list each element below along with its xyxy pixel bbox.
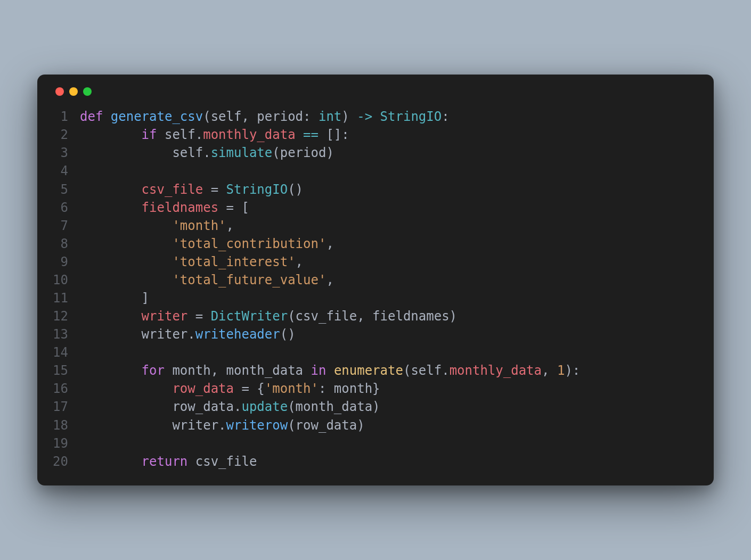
minimize-icon[interactable] [69, 87, 78, 96]
code-line[interactable]: 13 writer.writeheader() [52, 325, 699, 343]
line-number: 10 [52, 271, 80, 289]
line-number: 13 [52, 325, 80, 343]
line-content: 'total_future_value', [80, 271, 334, 289]
code-line[interactable]: 20 return csv_file [52, 452, 699, 471]
code-line[interactable]: 8 'total_contribution', [52, 235, 699, 253]
line-content: for month, month_data in enumerate(self.… [80, 361, 580, 380]
code-line[interactable]: 7 'month', [52, 217, 699, 235]
close-icon[interactable] [55, 87, 64, 96]
window-titlebar [52, 87, 699, 96]
line-content: ] [80, 289, 149, 307]
code-line[interactable]: 5 csv_file = StringIO() [52, 180, 699, 199]
line-content: 'month', [80, 217, 234, 235]
code-line[interactable]: 17 row_data.update(month_data) [52, 398, 699, 416]
line-content: 'total_interest', [80, 253, 303, 271]
zoom-icon[interactable] [83, 87, 92, 96]
code-line[interactable]: 9 'total_interest', [52, 253, 699, 271]
line-number: 20 [52, 452, 80, 471]
line-number: 5 [52, 180, 80, 199]
line-number: 11 [52, 289, 80, 307]
line-number: 2 [52, 126, 80, 144]
line-content: self.simulate(period) [80, 144, 334, 162]
line-number: 7 [52, 217, 80, 235]
code-line[interactable]: 19 [52, 434, 699, 452]
line-content: row_data.update(month_data) [80, 398, 380, 416]
code-line[interactable]: 15 for month, month_data in enumerate(se… [52, 361, 699, 380]
line-number: 16 [52, 380, 80, 398]
line-content: row_data = {'month': month} [80, 380, 380, 398]
code-line[interactable]: 11 ] [52, 289, 699, 307]
line-number: 1 [52, 108, 80, 126]
line-content: fieldnames = [ [80, 199, 249, 217]
code-line[interactable]: 16 row_data = {'month': month} [52, 380, 699, 398]
code-line[interactable]: 2 if self.monthly_data == []: [52, 126, 699, 144]
code-editor[interactable]: 1def generate_csv(self, period: int) -> … [52, 108, 699, 471]
code-line[interactable]: 4 [52, 162, 699, 180]
line-number: 17 [52, 398, 80, 416]
code-window: 1def generate_csv(self, period: int) -> … [37, 75, 714, 485]
line-number: 19 [52, 434, 80, 452]
code-line[interactable]: 1def generate_csv(self, period: int) -> … [52, 108, 699, 126]
line-number: 8 [52, 235, 80, 253]
line-number: 12 [52, 307, 80, 325]
line-content: writer = DictWriter(csv_file, fieldnames… [80, 307, 457, 325]
line-content: def generate_csv(self, period: int) -> S… [80, 108, 450, 126]
line-number: 4 [52, 162, 80, 180]
line-content: writer.writerow(row_data) [80, 416, 365, 434]
line-content: if self.monthly_data == []: [80, 126, 349, 144]
line-content: writer.writeheader() [80, 325, 296, 343]
code-line[interactable]: 10 'total_future_value', [52, 271, 699, 289]
code-line[interactable]: 12 writer = DictWriter(csv_file, fieldna… [52, 307, 699, 325]
line-number: 3 [52, 144, 80, 162]
code-line[interactable]: 3 self.simulate(period) [52, 144, 699, 162]
line-number: 14 [52, 343, 80, 361]
code-line[interactable]: 6 fieldnames = [ [52, 199, 699, 217]
line-number: 9 [52, 253, 80, 271]
code-line[interactable]: 14 [52, 343, 699, 361]
line-number: 6 [52, 199, 80, 217]
line-number: 15 [52, 361, 80, 380]
line-number: 18 [52, 416, 80, 434]
line-content: csv_file = StringIO() [80, 180, 303, 199]
line-content: 'total_contribution', [80, 235, 334, 253]
line-content: return csv_file [80, 452, 257, 471]
code-line[interactable]: 18 writer.writerow(row_data) [52, 416, 699, 434]
